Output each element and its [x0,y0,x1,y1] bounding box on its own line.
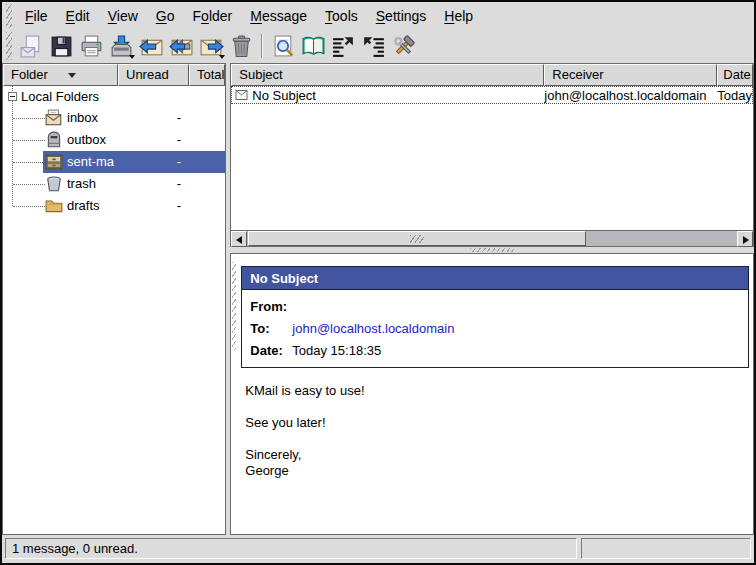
menu-view[interactable]: View [99,3,147,29]
configure-tools-button[interactable] [388,31,418,61]
folder-pane: Folder Unread Total Local Folders [2,63,226,535]
menu-file[interactable]: File [16,3,57,29]
kmail-window: File Edit View Go Folder Message Tools S… [0,0,756,565]
to-label: To: [250,321,292,336]
toolbar-grip-handle[interactable] [6,32,12,60]
previous-unread-button[interactable] [328,31,358,61]
message-subject: No Subject [252,88,316,103]
folder-row-inbox[interactable]: inbox - - [3,107,225,129]
menu-bar: File Edit View Go Folder Message Tools S… [2,2,754,30]
find-messages-button[interactable] [268,31,298,61]
receiver-column-header[interactable]: Receiver [544,64,717,86]
new-message-button[interactable] [16,31,46,61]
message-preview-pane: No Subject From: To: john@localhost.loca… [230,253,754,535]
folder-total-count: - [190,176,225,191]
trash-button[interactable] [226,31,256,61]
message-row[interactable]: No Subject john@localhost.localdomain To… [231,86,753,104]
body-line: KMail is easy to use! [245,383,753,399]
menu-go[interactable]: Go [147,3,184,29]
configure-tools-icon [391,34,416,59]
scrollbar-thumb[interactable] [248,231,586,246]
collapse-expander-icon[interactable] [8,92,17,101]
folder-total-count: - [190,198,225,213]
folder-unread-count: - [115,154,181,169]
menubar-grip-handle[interactable] [6,4,12,28]
scrollbar-track[interactable] [586,231,737,246]
folder-name: trash [67,176,96,191]
body-line: George [245,463,753,479]
status-bar: 1 message, 0 unread. [2,535,754,563]
folder-name: outbox [67,132,106,147]
reply-all-icon [169,34,194,59]
scroll-right-button[interactable] [737,231,753,247]
date-row: Date: Today 15:18:35 [242,339,748,361]
outbox-folder-icon [45,131,63,149]
menu-settings[interactable]: Settings [367,3,436,29]
new-message-icon [19,34,44,59]
trash-folder-icon [45,175,63,193]
menu-tools[interactable]: Tools [316,3,367,29]
from-label: From: [250,299,292,314]
date-value: Today 15:18:35 [292,343,381,358]
main-area: Folder Unread Total Local Folders [2,63,754,535]
next-unread-icon [361,34,386,59]
find-messages-icon [271,34,296,59]
body-line: See you later! [245,415,753,431]
sort-descending-icon [68,73,76,78]
folder-name: Local Folders [21,89,99,104]
next-unread-button[interactable] [358,31,388,61]
folder-name: inbox [67,110,98,125]
dropdown-caret-icon [219,55,225,59]
menu-folder[interactable]: Folder [184,3,242,29]
scroll-left-button[interactable] [231,231,247,247]
folder-column-label: Folder [11,67,48,82]
folder-tree: Local Folders inbox - - outbox - - sent- [3,86,225,534]
previous-unread-icon [331,34,356,59]
total-column-header[interactable]: Total [189,64,225,86]
forward-button[interactable] [196,31,226,61]
message-body: KMail is easy to use! See you later! Sin… [245,383,753,479]
save-button[interactable] [46,31,76,61]
sent-mail-folder-icon [45,153,63,171]
body-line [245,431,753,447]
to-address-link[interactable]: john@localhost.localdomain [292,321,454,336]
unread-column-header[interactable]: Unread [118,64,189,86]
folder-row-sent-ma[interactable]: sent-ma - 1 [3,151,225,173]
folder-pane-header: Folder Unread Total [3,64,225,86]
check-mail-button[interactable] [106,31,136,61]
subject-column-header[interactable]: Subject [231,64,544,86]
reply-button[interactable] [136,31,166,61]
save-icon [49,34,74,59]
toolbar-separator [261,34,263,58]
folder-column-header[interactable]: Folder [3,64,118,86]
address-book-button[interactable] [298,31,328,61]
status-secondary-panel [581,538,751,559]
from-row: From: [242,295,748,317]
reply-all-button[interactable] [166,31,196,61]
status-message: 1 message, 0 unread. [5,538,577,559]
folder-total-count: 1 [190,154,225,169]
address-book-icon [301,34,326,59]
folder-row-local-folders[interactable]: Local Folders [3,86,225,107]
menu-message[interactable]: Message [241,3,316,29]
print-button[interactable] [76,31,106,61]
folder-unread-count: - [115,132,181,147]
reply-icon [139,34,164,59]
inbox-folder-icon [45,109,63,127]
folder-row-trash[interactable]: trash - - [3,173,225,195]
message-list-pane: Subject Receiver Date No Subject john@lo… [230,63,754,247]
menu-help[interactable]: Help [435,3,482,29]
drafts-folder-icon [45,197,63,215]
folder-row-outbox[interactable]: outbox - - [3,129,225,151]
message-fields: From: To: john@localhost.localdomain Dat… [241,289,749,368]
splitter-collapse-grip[interactable] [232,262,236,350]
message-receiver: john@localhost.localdomain [544,88,717,103]
menu-edit[interactable]: Edit [57,3,99,29]
toolbar [2,30,754,63]
date-column-header[interactable]: Date [717,64,753,86]
folder-row-drafts[interactable]: drafts - - [3,195,225,217]
dropdown-caret-icon [129,55,135,59]
folder-total-count: - [190,132,225,147]
trash-icon [229,34,254,59]
folder-unread-count: - [115,110,181,125]
